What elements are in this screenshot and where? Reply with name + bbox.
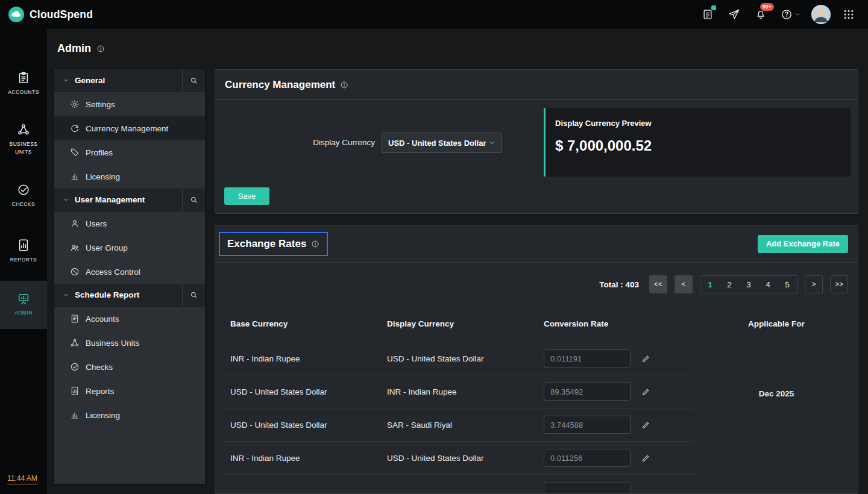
sidebar-item-label: Accounts (86, 314, 119, 324)
info-icon[interactable] (96, 45, 105, 53)
display-currency-cell: USD - United States Dollar (378, 454, 535, 463)
preview-amount: $ 7,000,000.52 (555, 137, 841, 154)
sidebar-item-label: Checks (86, 363, 113, 372)
avatar[interactable] (811, 5, 831, 24)
rail-item-admin[interactable]: ADMIN (0, 281, 47, 329)
conversion-rate-input[interactable] (544, 383, 631, 401)
pagination-last-button[interactable]: >> (830, 275, 848, 293)
help-button[interactable] (776, 4, 804, 25)
save-button[interactable]: Save (224, 187, 269, 205)
conversion-rate-cell (535, 416, 695, 434)
table-row: INR - Indian Rupee USD - United States D… (221, 442, 695, 475)
table-main-columns: Base Currency Display Currency Conversio… (221, 306, 695, 494)
pencil-icon (641, 421, 650, 430)
currency-panel-body: Display Currency USD - United States Dol… (215, 100, 858, 213)
pagination-page-1[interactable]: 1 (700, 276, 720, 293)
rail-item-checks[interactable]: CHECKS (0, 183, 47, 208)
sidebar-item-profiles[interactable]: Profiles (54, 140, 205, 164)
currency-panel-header: Currency Management (215, 70, 858, 100)
sidebar-item-licensing[interactable]: Licensing (54, 164, 205, 189)
sidebar-item-label: Users (86, 219, 107, 228)
topbar-actions: 99+ (697, 4, 860, 25)
search-icon (189, 76, 198, 85)
section-schedule-report-toggle[interactable]: Schedule Report (54, 284, 182, 306)
pagination-page-5[interactable]: 5 (778, 276, 797, 293)
edit-rate-button[interactable] (641, 353, 652, 364)
add-exchange-rate-button[interactable]: Add Exchange Rate (758, 235, 848, 253)
header-applicable-for: Applicable For (695, 306, 858, 342)
conversion-rate-input[interactable] (544, 482, 631, 494)
pagination-next-button[interactable]: > (805, 275, 823, 293)
sidebar-item-label: Settings (86, 100, 115, 109)
info-icon[interactable] (311, 240, 319, 248)
check-circle-icon (70, 362, 80, 372)
edit-rate-button[interactable] (641, 452, 652, 463)
pagination-page-4[interactable]: 4 (758, 276, 778, 293)
pencil-icon (641, 387, 650, 396)
section-schedule-report: Schedule Report (54, 284, 205, 307)
sidebar-item-user-group[interactable]: User Group (54, 236, 205, 260)
table-header-row: Base Currency Display Currency Conversio… (221, 306, 695, 342)
section-user-management-search-button[interactable] (182, 189, 205, 211)
conversion-rate-input[interactable] (544, 449, 631, 467)
pagination-page-2[interactable]: 2 (720, 276, 739, 293)
admin-sidebar: General Settings Currency Management Pro… (54, 69, 205, 484)
chevron-down-icon (63, 196, 69, 203)
base-currency-cell: INR - Indian Rupee (221, 354, 378, 363)
table-row: USD - United States Dollar SAR - Saudi R… (221, 408, 695, 442)
pagination-prev-button[interactable]: < (675, 275, 693, 293)
rail-label: REPORTS (10, 256, 37, 264)
rail-label: CHECKS (12, 201, 35, 208)
clock-time[interactable]: 11:44 AM (7, 474, 37, 484)
display-currency-preview-card: Display Currency Preview $ 7,000,000.52 (544, 108, 851, 177)
edit-rate-button[interactable] (641, 386, 652, 397)
section-schedule-report-search-button[interactable] (182, 284, 205, 306)
info-icon[interactable] (340, 81, 348, 89)
sidebar-item-schedule-reports[interactable]: Reports (54, 379, 205, 403)
currency-panel-title: Currency Management (225, 79, 335, 91)
rail-item-accounts[interactable]: ACCOUNTS (0, 71, 47, 96)
sidebar-item-schedule-licensing[interactable]: Licensing (54, 403, 205, 427)
pagination-page-3[interactable]: 3 (739, 276, 758, 293)
conversion-rate-input[interactable] (544, 416, 631, 434)
header-base-currency: Base Currency (221, 319, 378, 328)
page-header: Admin (57, 42, 105, 55)
section-label: General (75, 76, 105, 85)
exchange-rates-header: Exchange Rates Add Exchange Rate (215, 225, 858, 263)
page-title: Admin (57, 42, 91, 55)
sidebar-item-users[interactable]: Users (54, 211, 205, 236)
rail-label: BUSINESS UNITS (2, 140, 45, 156)
sidebar-item-access-control[interactable]: Access Control (54, 260, 205, 284)
rail-label: ADMIN (14, 309, 33, 317)
section-general-search-button[interactable] (182, 69, 205, 92)
tag-icon (70, 148, 80, 157)
section-label: User Management (75, 195, 145, 204)
rail-item-business-units[interactable]: BUSINESS UNITS (0, 123, 47, 156)
sidebar-item-currency-management[interactable]: Currency Management (54, 116, 205, 140)
help-icon (781, 8, 793, 20)
sidebar-item-schedule-checks[interactable]: Checks (54, 355, 205, 379)
rail-item-reports[interactable]: REPORTS (0, 239, 47, 264)
business-units-icon (17, 123, 30, 136)
sidebar-item-label: User Group (86, 243, 128, 252)
section-general-toggle[interactable]: General (54, 69, 182, 92)
conversion-rate-input[interactable] (544, 349, 631, 367)
notification-badge: 99+ (760, 3, 774, 11)
apps-grid-button[interactable] (838, 4, 860, 25)
base-currency-cell: USD - United States Dollar (221, 387, 378, 396)
sidebar-item-schedule-accounts[interactable]: Accounts (54, 307, 205, 331)
left-rail: ACCOUNTS BUSINESS UNITS CHECKS REPORTS A… (0, 29, 47, 494)
display-currency-select[interactable]: USD - United States Dollar (382, 133, 502, 153)
announcements-button[interactable] (697, 4, 719, 25)
user-group-icon (70, 243, 80, 252)
whats-new-button[interactable] (723, 4, 745, 25)
pagination-first-button[interactable]: << (649, 275, 667, 293)
total-count: Total : 403 (599, 280, 639, 289)
sidebar-item-settings[interactable]: Settings (54, 92, 205, 116)
notifications-button[interactable]: 99+ (750, 4, 772, 25)
brand-logo[interactable]: CloudSpend (8, 7, 93, 22)
edit-rate-button[interactable] (641, 419, 652, 430)
bar-chart-icon (70, 410, 80, 420)
section-user-management-toggle[interactable]: User Management (54, 189, 182, 211)
sidebar-item-schedule-business-units[interactable]: Business Units (54, 331, 205, 355)
